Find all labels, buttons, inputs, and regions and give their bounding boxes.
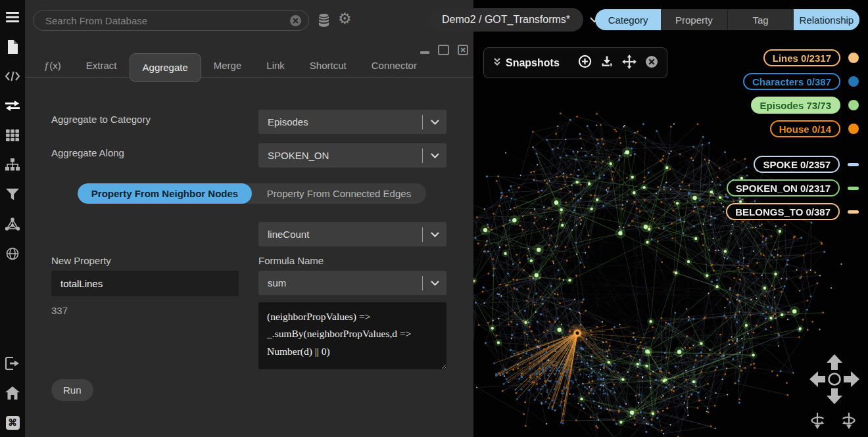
pan-down-arrow[interactable] bbox=[827, 388, 842, 404]
transform-tabs: ƒ(x) Extract Aggregate Merge Link Shortc… bbox=[25, 54, 473, 78]
search-input[interactable] bbox=[34, 15, 290, 26]
view-tabs: Category Property Tag Relationship bbox=[595, 9, 859, 30]
pan-center-circle[interactable] bbox=[829, 374, 840, 385]
move-panel-icon[interactable] bbox=[622, 55, 637, 72]
document-icon[interactable] bbox=[5, 39, 20, 55]
filter-icon[interactable] bbox=[5, 187, 20, 202]
close-panel-icon[interactable] bbox=[645, 55, 658, 71]
legend-row: BELONGS_TO 0/387 bbox=[726, 203, 859, 220]
add-snapshot-icon[interactable] bbox=[578, 55, 592, 71]
legend-row: SPOKEN_ON 0/2317 bbox=[727, 179, 859, 196]
lines-color-dot[interactable] bbox=[848, 53, 859, 63]
globe-icon[interactable] bbox=[5, 246, 20, 262]
code-icon[interactable] bbox=[5, 68, 20, 84]
legend-row: Lines 0/2317 bbox=[763, 49, 859, 66]
tab-fx[interactable]: ƒ(x) bbox=[32, 54, 74, 78]
belongs-to-color-dash[interactable] bbox=[848, 210, 859, 214]
tab-shortcut[interactable]: Shortcut bbox=[297, 54, 359, 78]
spoke-color-dash[interactable] bbox=[848, 163, 859, 166]
tab-category[interactable]: Category bbox=[595, 9, 661, 30]
new-property-label: New Property bbox=[51, 255, 111, 266]
aggregate-along-label: Aggregate Along bbox=[51, 147, 124, 158]
tab-connector[interactable]: Connector bbox=[359, 54, 429, 78]
property-from-connected-edges-button[interactable]: Property From Connected Edges bbox=[252, 183, 426, 204]
pan-controls bbox=[808, 353, 861, 408]
characters-color-dot[interactable] bbox=[848, 76, 859, 87]
exit-icon[interactable] bbox=[5, 356, 20, 371]
workspace-selector[interactable]: Demo2 / GOT_Transforms* bbox=[429, 8, 599, 32]
spoken-on-color-dash[interactable] bbox=[848, 187, 859, 190]
property-from-neighbor-nodes-button[interactable]: Property From Neighbor Nodes bbox=[78, 183, 252, 204]
menu-icon[interactable] bbox=[5, 9, 20, 25]
search-bar bbox=[33, 10, 309, 31]
legend-row: House 0/14 bbox=[770, 120, 859, 137]
icon-rail: ⌘ bbox=[0, 0, 25, 437]
snapshots-panel: Snapshots bbox=[483, 47, 667, 78]
gear-icon[interactable]: ⚙ bbox=[338, 10, 352, 28]
graph-legend: Lines 0/2317 Characters 0/387 Episodes 7… bbox=[726, 49, 859, 220]
legend-row: Episodes 73/73 bbox=[751, 97, 859, 114]
formula-code-editor[interactable]: (neighborPropValues) => _.sumBy(neighbor… bbox=[258, 302, 446, 369]
pan-left-arrow[interactable] bbox=[809, 371, 825, 387]
episodes-color-dot[interactable] bbox=[848, 100, 859, 110]
legend-pill-house[interactable]: House 0/14 bbox=[770, 120, 840, 137]
home-icon[interactable] bbox=[5, 385, 20, 401]
command-icon[interactable]: ⌘ bbox=[5, 415, 20, 430]
database-icon[interactable] bbox=[317, 12, 331, 30]
property-value: lineCount bbox=[258, 229, 422, 240]
download-snapshot-icon[interactable] bbox=[600, 55, 614, 71]
pan-right-arrow[interactable] bbox=[844, 371, 859, 387]
legend-pill-episodes[interactable]: Episodes 73/73 bbox=[751, 97, 840, 114]
tab-merge[interactable]: Merge bbox=[201, 54, 254, 78]
aggregate-to-category-select[interactable]: Episodes bbox=[258, 110, 446, 134]
house-color-dot[interactable] bbox=[848, 124, 859, 134]
clear-search-icon[interactable] bbox=[290, 15, 301, 26]
legend-pill-lines[interactable]: Lines 0/2317 bbox=[763, 49, 840, 66]
tab-relationship[interactable]: Relationship bbox=[794, 9, 859, 30]
graphxr-app: ⌘ ⚙ ✕ ƒ(x) Extract Aggregate Merge Link … bbox=[0, 0, 868, 437]
network-icon[interactable] bbox=[5, 216, 20, 232]
double-chevron-icon[interactable] bbox=[493, 57, 502, 69]
legend-row: SPOKE 0/2357 bbox=[754, 156, 859, 173]
formula-name-label: Formula Name bbox=[258, 255, 324, 266]
pan-up-arrow[interactable] bbox=[827, 354, 842, 370]
run-button[interactable]: Run bbox=[51, 379, 93, 401]
rotate-controls bbox=[807, 410, 859, 431]
workspace-title: Demo2 / GOT_Transforms* bbox=[429, 8, 583, 32]
rotate-left-icon[interactable] bbox=[807, 410, 828, 431]
hierarchy-icon[interactable] bbox=[5, 157, 20, 173]
tab-tag[interactable]: Tag bbox=[727, 9, 794, 30]
new-property-input[interactable] bbox=[51, 271, 239, 296]
transforms-icon[interactable] bbox=[5, 98, 20, 114]
property-source-toggle: Property From Neighbor Nodes Property Fr… bbox=[78, 183, 426, 204]
rotate-right-icon[interactable] bbox=[838, 410, 859, 431]
formula-name-select[interactable]: sum bbox=[258, 271, 446, 295]
chevron-down-icon bbox=[423, 153, 446, 158]
tab-aggregate[interactable]: Aggregate bbox=[130, 53, 201, 82]
aggregate-to-category-value: Episodes bbox=[258, 116, 422, 127]
chevron-down-icon bbox=[423, 281, 446, 286]
aggregate-along-select[interactable]: SPOKEN_ON bbox=[258, 143, 446, 168]
chevron-down-icon bbox=[423, 232, 446, 237]
formula-name-value: sum bbox=[258, 277, 422, 288]
table-icon[interactable] bbox=[5, 127, 20, 143]
snapshots-title: Snapshots bbox=[506, 57, 560, 69]
tab-property[interactable]: Property bbox=[661, 9, 727, 30]
tab-extract[interactable]: Extract bbox=[74, 54, 130, 78]
property-select[interactable]: lineCount bbox=[258, 222, 446, 246]
result-count: 337 bbox=[51, 305, 68, 316]
transform-panel: ⚙ ✕ ƒ(x) Extract Aggregate Merge Link Sh… bbox=[25, 0, 473, 437]
legend-row: Characters 0/387 bbox=[743, 73, 859, 90]
tab-link[interactable]: Link bbox=[254, 54, 297, 78]
aggregate-along-value: SPOKEN_ON bbox=[258, 150, 422, 161]
legend-pill-spoken-on[interactable]: SPOKEN_ON 0/2317 bbox=[727, 179, 840, 196]
legend-pill-belongs-to[interactable]: BELONGS_TO 0/387 bbox=[726, 203, 840, 220]
aggregate-to-category-label: Aggregate to Category bbox=[51, 114, 151, 125]
chevron-down-icon bbox=[423, 120, 446, 125]
legend-pill-spoke[interactable]: SPOKE 0/2357 bbox=[754, 156, 840, 173]
legend-pill-characters[interactable]: Characters 0/387 bbox=[743, 73, 840, 90]
